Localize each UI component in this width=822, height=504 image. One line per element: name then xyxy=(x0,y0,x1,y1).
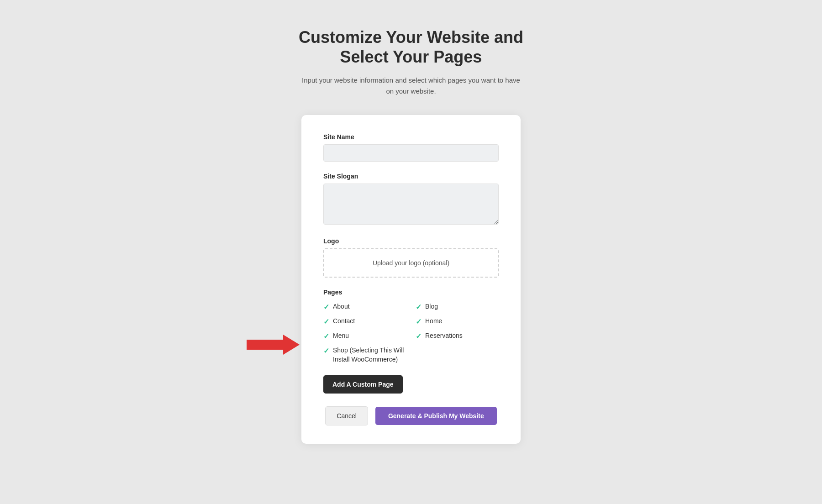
site-slogan-input[interactable] xyxy=(323,184,499,225)
page-label-blog: Blog xyxy=(425,302,438,311)
page-item-about[interactable]: ✓ About xyxy=(323,302,406,311)
page-label-about: About xyxy=(333,302,350,311)
red-arrow xyxy=(247,335,300,355)
arrow-body xyxy=(247,340,283,350)
page-label-shop: Shop (Selecting This Will Install WooCom… xyxy=(333,346,406,364)
page-title: Customize Your Website and Select Your P… xyxy=(299,27,523,67)
arrow-indicator xyxy=(247,335,300,355)
check-icon-shop: ✓ xyxy=(323,346,329,355)
page-subtitle: Input your website information and selec… xyxy=(301,75,521,97)
page-item-reservations[interactable]: ✓ Reservations xyxy=(416,331,499,341)
site-name-group: Site Name xyxy=(323,133,499,162)
site-slogan-group: Site Slogan xyxy=(323,173,499,226)
check-icon-contact: ✓ xyxy=(323,317,329,326)
logo-label: Logo xyxy=(323,237,499,245)
check-icon-home: ✓ xyxy=(416,317,422,326)
page-label-home: Home xyxy=(425,317,442,326)
site-name-label: Site Name xyxy=(323,133,499,141)
page-item-blog[interactable]: ✓ Blog xyxy=(416,302,499,311)
page-item-menu[interactable]: ✓ Menu xyxy=(323,331,406,341)
logo-upload-area[interactable]: Upload your logo (optional) xyxy=(323,248,499,278)
page-label-contact: Contact xyxy=(333,317,355,326)
page-label-menu: Menu xyxy=(333,331,349,341)
form-card: Site Name Site Slogan Logo Upload your l… xyxy=(301,115,521,443)
check-icon-reservations: ✓ xyxy=(416,332,422,341)
arrow-head xyxy=(283,335,300,355)
check-icon-about: ✓ xyxy=(323,303,329,311)
site-name-input[interactable] xyxy=(323,144,499,162)
generate-publish-button[interactable]: Generate & Publish My Website xyxy=(375,407,497,425)
add-custom-page-button[interactable]: Add A Custom Page xyxy=(323,375,403,394)
logo-group: Logo Upload your logo (optional) xyxy=(323,237,499,278)
cancel-button[interactable]: Cancel xyxy=(325,406,368,425)
page-item-shop[interactable]: ✓ Shop (Selecting This Will Install WooC… xyxy=(323,346,406,364)
logo-upload-text: Upload your logo (optional) xyxy=(373,259,449,267)
page-header: Customize Your Website and Select Your P… xyxy=(299,27,523,97)
page-item-home[interactable]: ✓ Home xyxy=(416,317,499,326)
pages-group: Pages ✓ About ✓ Blog ✓ Contact ✓ Home xyxy=(323,289,499,364)
check-icon-blog: ✓ xyxy=(416,303,422,311)
pages-grid: ✓ About ✓ Blog ✓ Contact ✓ Home ✓ Menu xyxy=(323,302,499,364)
site-slogan-label: Site Slogan xyxy=(323,173,499,180)
check-icon-menu: ✓ xyxy=(323,332,329,341)
page-label-reservations: Reservations xyxy=(425,331,463,341)
pages-label: Pages xyxy=(323,289,499,296)
form-actions: Cancel Generate & Publish My Website xyxy=(323,406,499,425)
page-item-contact[interactable]: ✓ Contact xyxy=(323,317,406,326)
